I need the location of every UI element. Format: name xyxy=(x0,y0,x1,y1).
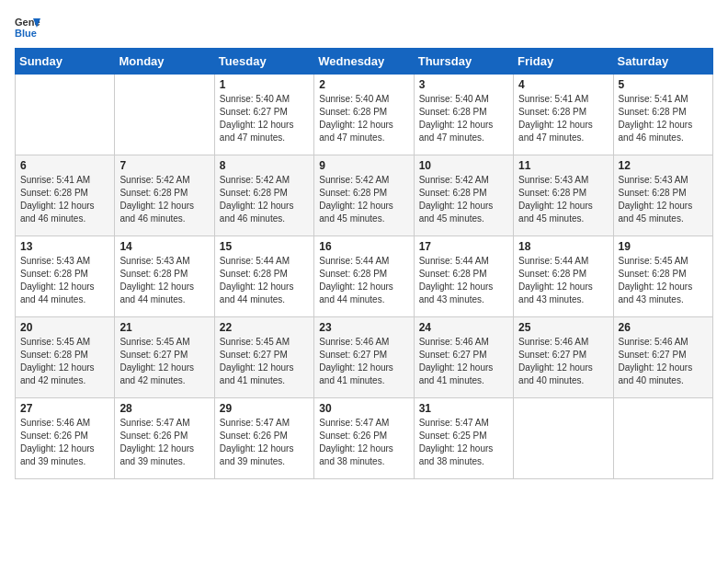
day-cell xyxy=(613,398,712,479)
col-thursday: Thursday xyxy=(414,49,513,75)
day-info: Sunrise: 5:45 AM Sunset: 6:27 PM Dayligh… xyxy=(119,336,209,387)
day-number: 23 xyxy=(319,321,408,334)
day-info: Sunrise: 5:46 AM Sunset: 6:26 PM Dayligh… xyxy=(20,417,109,468)
day-number: 28 xyxy=(119,402,209,415)
day-number: 10 xyxy=(419,159,508,172)
day-cell: 18Sunrise: 5:44 AM Sunset: 6:28 PM Dayli… xyxy=(514,236,613,317)
day-number: 17 xyxy=(419,240,508,253)
day-number: 21 xyxy=(119,321,209,334)
col-monday: Monday xyxy=(115,49,214,75)
day-cell: 4Sunrise: 5:41 AM Sunset: 6:28 PM Daylig… xyxy=(514,75,613,155)
day-number: 16 xyxy=(319,240,408,253)
day-info: Sunrise: 5:41 AM Sunset: 6:28 PM Dayligh… xyxy=(619,93,708,144)
day-number: 7 xyxy=(119,159,209,172)
day-number: 24 xyxy=(419,321,508,334)
day-number: 22 xyxy=(220,321,309,334)
day-number: 31 xyxy=(419,402,508,415)
day-cell: 17Sunrise: 5:44 AM Sunset: 6:28 PM Dayli… xyxy=(414,236,513,317)
day-info: Sunrise: 5:47 AM Sunset: 6:26 PM Dayligh… xyxy=(220,417,309,468)
col-friday: Friday xyxy=(514,49,613,75)
week-row-4: 20Sunrise: 5:45 AM Sunset: 6:28 PM Dayli… xyxy=(16,317,713,398)
day-info: Sunrise: 5:40 AM Sunset: 6:28 PM Dayligh… xyxy=(319,93,408,144)
day-cell: 16Sunrise: 5:44 AM Sunset: 6:28 PM Dayli… xyxy=(314,236,414,317)
day-number: 6 xyxy=(20,159,109,172)
header-row: Sunday Monday Tuesday Wednesday Thursday… xyxy=(16,49,713,75)
day-info: Sunrise: 5:47 AM Sunset: 6:25 PM Dayligh… xyxy=(419,417,508,468)
day-cell: 13Sunrise: 5:43 AM Sunset: 6:28 PM Dayli… xyxy=(16,236,115,317)
day-cell: 21Sunrise: 5:45 AM Sunset: 6:27 PM Dayli… xyxy=(115,317,214,398)
day-info: Sunrise: 5:40 AM Sunset: 6:27 PM Dayligh… xyxy=(220,93,309,144)
day-number: 27 xyxy=(20,402,109,415)
day-info: Sunrise: 5:47 AM Sunset: 6:26 PM Dayligh… xyxy=(319,417,408,468)
day-info: Sunrise: 5:46 AM Sunset: 6:27 PM Dayligh… xyxy=(319,336,408,387)
col-sunday: Sunday xyxy=(16,49,115,75)
day-info: Sunrise: 5:44 AM Sunset: 6:28 PM Dayligh… xyxy=(319,255,408,306)
day-info: Sunrise: 5:44 AM Sunset: 6:28 PM Dayligh… xyxy=(518,255,608,306)
day-info: Sunrise: 5:47 AM Sunset: 6:26 PM Dayligh… xyxy=(119,417,209,468)
logo-icon: General Blue xyxy=(15,15,40,40)
week-row-2: 6Sunrise: 5:41 AM Sunset: 6:28 PM Daylig… xyxy=(16,155,713,236)
day-cell: 19Sunrise: 5:45 AM Sunset: 6:28 PM Dayli… xyxy=(613,236,712,317)
day-number: 30 xyxy=(319,402,408,415)
day-info: Sunrise: 5:43 AM Sunset: 6:28 PM Dayligh… xyxy=(119,255,209,306)
week-row-1: 1Sunrise: 5:40 AM Sunset: 6:27 PM Daylig… xyxy=(16,75,713,155)
day-cell: 25Sunrise: 5:46 AM Sunset: 6:27 PM Dayli… xyxy=(514,317,613,398)
day-cell: 23Sunrise: 5:46 AM Sunset: 6:27 PM Dayli… xyxy=(314,317,414,398)
day-info: Sunrise: 5:46 AM Sunset: 6:27 PM Dayligh… xyxy=(518,336,608,387)
day-cell: 26Sunrise: 5:46 AM Sunset: 6:27 PM Dayli… xyxy=(613,317,712,398)
day-info: Sunrise: 5:43 AM Sunset: 6:28 PM Dayligh… xyxy=(20,255,109,306)
day-cell: 9Sunrise: 5:42 AM Sunset: 6:28 PM Daylig… xyxy=(314,155,414,236)
day-number: 5 xyxy=(619,78,708,91)
day-info: Sunrise: 5:42 AM Sunset: 6:28 PM Dayligh… xyxy=(220,174,309,225)
day-cell xyxy=(514,398,613,479)
day-cell: 7Sunrise: 5:42 AM Sunset: 6:28 PM Daylig… xyxy=(115,155,214,236)
day-cell: 6Sunrise: 5:41 AM Sunset: 6:28 PM Daylig… xyxy=(16,155,115,236)
col-wednesday: Wednesday xyxy=(314,49,414,75)
day-number: 20 xyxy=(20,321,109,334)
day-cell: 5Sunrise: 5:41 AM Sunset: 6:28 PM Daylig… xyxy=(613,75,712,155)
week-row-5: 27Sunrise: 5:46 AM Sunset: 6:26 PM Dayli… xyxy=(16,398,713,479)
calendar-table: Sunday Monday Tuesday Wednesday Thursday… xyxy=(15,48,713,479)
day-number: 2 xyxy=(319,78,408,91)
day-info: Sunrise: 5:44 AM Sunset: 6:28 PM Dayligh… xyxy=(419,255,508,306)
page-header: General Blue xyxy=(15,15,713,40)
day-number: 18 xyxy=(518,240,608,253)
day-number: 13 xyxy=(20,240,109,253)
day-number: 8 xyxy=(220,159,309,172)
day-info: Sunrise: 5:42 AM Sunset: 6:28 PM Dayligh… xyxy=(119,174,209,225)
day-info: Sunrise: 5:41 AM Sunset: 6:28 PM Dayligh… xyxy=(518,93,608,144)
svg-text:Blue: Blue xyxy=(15,28,37,39)
day-number: 9 xyxy=(319,159,408,172)
day-info: Sunrise: 5:45 AM Sunset: 6:28 PM Dayligh… xyxy=(619,255,708,306)
day-number: 14 xyxy=(119,240,209,253)
day-cell: 1Sunrise: 5:40 AM Sunset: 6:27 PM Daylig… xyxy=(214,75,313,155)
day-cell: 12Sunrise: 5:43 AM Sunset: 6:28 PM Dayli… xyxy=(613,155,712,236)
day-cell: 20Sunrise: 5:45 AM Sunset: 6:28 PM Dayli… xyxy=(16,317,115,398)
day-info: Sunrise: 5:44 AM Sunset: 6:28 PM Dayligh… xyxy=(220,255,309,306)
day-cell: 11Sunrise: 5:43 AM Sunset: 6:28 PM Dayli… xyxy=(514,155,613,236)
day-cell: 3Sunrise: 5:40 AM Sunset: 6:28 PM Daylig… xyxy=(414,75,513,155)
day-number: 11 xyxy=(518,159,608,172)
day-cell: 24Sunrise: 5:46 AM Sunset: 6:27 PM Dayli… xyxy=(414,317,513,398)
day-cell: 28Sunrise: 5:47 AM Sunset: 6:26 PM Dayli… xyxy=(115,398,214,479)
day-info: Sunrise: 5:46 AM Sunset: 6:27 PM Dayligh… xyxy=(419,336,508,387)
day-number: 25 xyxy=(518,321,608,334)
day-cell: 30Sunrise: 5:47 AM Sunset: 6:26 PM Dayli… xyxy=(314,398,414,479)
day-number: 26 xyxy=(619,321,708,334)
day-info: Sunrise: 5:43 AM Sunset: 6:28 PM Dayligh… xyxy=(619,174,708,225)
logo: General Blue xyxy=(15,15,40,40)
day-cell: 14Sunrise: 5:43 AM Sunset: 6:28 PM Dayli… xyxy=(115,236,214,317)
col-saturday: Saturday xyxy=(613,49,712,75)
day-info: Sunrise: 5:43 AM Sunset: 6:28 PM Dayligh… xyxy=(518,174,608,225)
week-row-3: 13Sunrise: 5:43 AM Sunset: 6:28 PM Dayli… xyxy=(16,236,713,317)
day-cell: 8Sunrise: 5:42 AM Sunset: 6:28 PM Daylig… xyxy=(214,155,313,236)
day-info: Sunrise: 5:40 AM Sunset: 6:28 PM Dayligh… xyxy=(419,93,508,144)
day-cell xyxy=(16,75,115,155)
day-number: 12 xyxy=(619,159,708,172)
day-number: 3 xyxy=(419,78,508,91)
day-info: Sunrise: 5:41 AM Sunset: 6:28 PM Dayligh… xyxy=(20,174,109,225)
day-cell: 15Sunrise: 5:44 AM Sunset: 6:28 PM Dayli… xyxy=(214,236,313,317)
day-number: 29 xyxy=(220,402,309,415)
day-cell: 22Sunrise: 5:45 AM Sunset: 6:27 PM Dayli… xyxy=(214,317,313,398)
day-cell: 29Sunrise: 5:47 AM Sunset: 6:26 PM Dayli… xyxy=(214,398,313,479)
